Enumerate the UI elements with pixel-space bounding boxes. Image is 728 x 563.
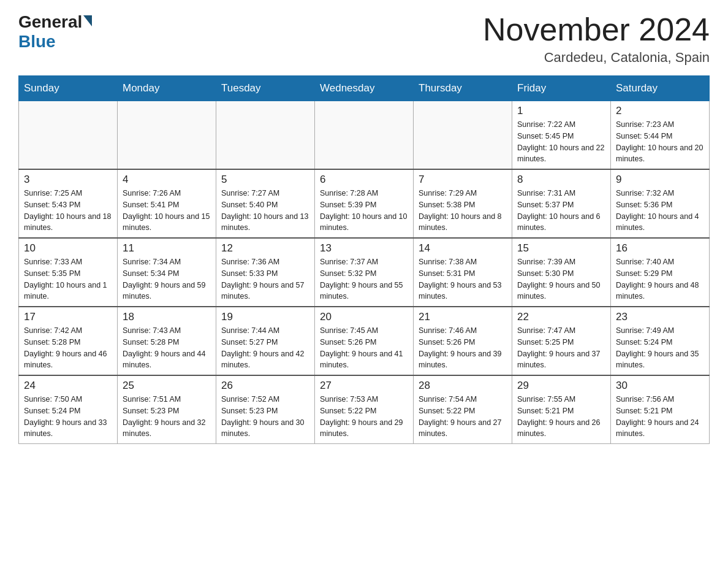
day-info: Sunrise: 7:55 AMSunset: 5:21 PMDaylight:…: [517, 394, 605, 440]
table-row: [315, 101, 414, 170]
table-row: 3Sunrise: 7:25 AMSunset: 5:43 PMDaylight…: [19, 169, 118, 238]
day-info: Sunrise: 7:52 AMSunset: 5:23 PMDaylight:…: [221, 394, 309, 440]
table-row: 9Sunrise: 7:32 AMSunset: 5:36 PMDaylight…: [611, 169, 710, 238]
table-row: 28Sunrise: 7:54 AMSunset: 5:22 PMDayligh…: [414, 375, 512, 444]
day-info: Sunrise: 7:22 AMSunset: 5:45 PMDaylight:…: [517, 119, 605, 165]
day-number: 29: [517, 380, 605, 392]
col-saturday: Saturday: [611, 76, 710, 101]
table-row: 16Sunrise: 7:40 AMSunset: 5:29 PMDayligh…: [611, 238, 710, 307]
table-row: [19, 101, 118, 170]
title-block: November 2024 Cardedeu, Catalonia, Spain: [483, 12, 710, 66]
page-header: General Blue November 2024 Cardedeu, Cat…: [18, 12, 710, 66]
day-info: Sunrise: 7:50 AMSunset: 5:24 PMDaylight:…: [24, 394, 112, 440]
day-number: 1: [517, 105, 605, 117]
logo: General Blue: [18, 12, 93, 52]
day-number: 22: [517, 311, 605, 323]
day-info: Sunrise: 7:27 AMSunset: 5:40 PMDaylight:…: [221, 188, 309, 234]
table-row: 23Sunrise: 7:49 AMSunset: 5:24 PMDayligh…: [611, 307, 710, 375]
day-info: Sunrise: 7:46 AMSunset: 5:26 PMDaylight:…: [419, 325, 507, 371]
day-number: 11: [123, 242, 211, 255]
day-info: Sunrise: 7:47 AMSunset: 5:25 PMDaylight:…: [517, 325, 605, 371]
day-info: Sunrise: 7:53 AMSunset: 5:22 PMDaylight:…: [320, 394, 408, 440]
table-row: 19Sunrise: 7:44 AMSunset: 5:27 PMDayligh…: [216, 307, 315, 375]
col-sunday: Sunday: [19, 76, 118, 101]
day-number: 3: [24, 174, 112, 186]
day-number: 20: [320, 311, 408, 323]
table-row: 15Sunrise: 7:39 AMSunset: 5:30 PMDayligh…: [512, 238, 611, 307]
logo-general-text: General: [18, 12, 82, 32]
day-info: Sunrise: 7:39 AMSunset: 5:30 PMDaylight:…: [517, 256, 605, 302]
table-row: 17Sunrise: 7:42 AMSunset: 5:28 PMDayligh…: [19, 307, 118, 375]
table-row: 5Sunrise: 7:27 AMSunset: 5:40 PMDaylight…: [216, 169, 315, 238]
table-row: 27Sunrise: 7:53 AMSunset: 5:22 PMDayligh…: [315, 375, 414, 444]
day-info: Sunrise: 7:42 AMSunset: 5:28 PMDaylight:…: [24, 325, 112, 371]
table-row: 22Sunrise: 7:47 AMSunset: 5:25 PMDayligh…: [512, 307, 611, 375]
day-info: Sunrise: 7:25 AMSunset: 5:43 PMDaylight:…: [24, 188, 112, 234]
col-thursday: Thursday: [414, 76, 512, 101]
table-row: 4Sunrise: 7:26 AMSunset: 5:41 PMDaylight…: [118, 169, 216, 238]
day-number: 21: [419, 311, 507, 323]
day-number: 14: [419, 242, 507, 255]
day-info: Sunrise: 7:38 AMSunset: 5:31 PMDaylight:…: [419, 256, 507, 302]
day-number: 2: [616, 105, 704, 117]
day-number: 16: [616, 242, 704, 255]
table-row: 8Sunrise: 7:31 AMSunset: 5:37 PMDaylight…: [512, 169, 611, 238]
table-row: 30Sunrise: 7:56 AMSunset: 5:21 PMDayligh…: [611, 375, 710, 444]
day-info: Sunrise: 7:56 AMSunset: 5:21 PMDaylight:…: [616, 394, 704, 440]
calendar-week-row: 24Sunrise: 7:50 AMSunset: 5:24 PMDayligh…: [19, 375, 710, 444]
day-info: Sunrise: 7:31 AMSunset: 5:37 PMDaylight:…: [517, 188, 605, 234]
day-number: 6: [320, 174, 408, 186]
day-number: 28: [419, 380, 507, 392]
table-row: 12Sunrise: 7:36 AMSunset: 5:33 PMDayligh…: [216, 238, 315, 307]
location-subtitle: Cardedeu, Catalonia, Spain: [483, 50, 710, 66]
logo-blue-text: Blue: [18, 32, 56, 51]
table-row: 2Sunrise: 7:23 AMSunset: 5:44 PMDaylight…: [611, 101, 710, 170]
day-number: 18: [123, 311, 211, 323]
day-number: 12: [221, 242, 309, 255]
table-row: 26Sunrise: 7:52 AMSunset: 5:23 PMDayligh…: [216, 375, 315, 444]
day-number: 19: [221, 311, 309, 323]
day-info: Sunrise: 7:26 AMSunset: 5:41 PMDaylight:…: [123, 188, 211, 234]
day-number: 10: [24, 242, 112, 255]
day-info: Sunrise: 7:29 AMSunset: 5:38 PMDaylight:…: [419, 188, 507, 234]
day-number: 4: [123, 174, 211, 186]
day-number: 30: [616, 380, 704, 392]
day-number: 5: [221, 174, 309, 186]
day-number: 8: [517, 174, 605, 186]
calendar-week-row: 1Sunrise: 7:22 AMSunset: 5:45 PMDaylight…: [19, 101, 710, 170]
day-info: Sunrise: 7:37 AMSunset: 5:32 PMDaylight:…: [320, 256, 408, 302]
day-number: 24: [24, 380, 112, 392]
col-friday: Friday: [512, 76, 611, 101]
day-number: 17: [24, 311, 112, 323]
calendar-header-row: Sunday Monday Tuesday Wednesday Thursday…: [19, 76, 710, 101]
table-row: 7Sunrise: 7:29 AMSunset: 5:38 PMDaylight…: [414, 169, 512, 238]
day-info: Sunrise: 7:36 AMSunset: 5:33 PMDaylight:…: [221, 256, 309, 302]
table-row: 1Sunrise: 7:22 AMSunset: 5:45 PMDaylight…: [512, 101, 611, 170]
day-number: 27: [320, 380, 408, 392]
day-number: 7: [419, 174, 507, 186]
day-info: Sunrise: 7:32 AMSunset: 5:36 PMDaylight:…: [616, 188, 704, 234]
day-info: Sunrise: 7:45 AMSunset: 5:26 PMDaylight:…: [320, 325, 408, 371]
table-row: [118, 101, 216, 170]
day-info: Sunrise: 7:28 AMSunset: 5:39 PMDaylight:…: [320, 188, 408, 234]
table-row: 21Sunrise: 7:46 AMSunset: 5:26 PMDayligh…: [414, 307, 512, 375]
table-row: 6Sunrise: 7:28 AMSunset: 5:39 PMDaylight…: [315, 169, 414, 238]
table-row: [216, 101, 315, 170]
col-tuesday: Tuesday: [216, 76, 315, 101]
table-row: 13Sunrise: 7:37 AMSunset: 5:32 PMDayligh…: [315, 238, 414, 307]
day-info: Sunrise: 7:40 AMSunset: 5:29 PMDaylight:…: [616, 256, 704, 302]
table-row: 11Sunrise: 7:34 AMSunset: 5:34 PMDayligh…: [118, 238, 216, 307]
day-info: Sunrise: 7:34 AMSunset: 5:34 PMDaylight:…: [123, 256, 211, 302]
calendar-table: Sunday Monday Tuesday Wednesday Thursday…: [18, 75, 710, 444]
table-row: 24Sunrise: 7:50 AMSunset: 5:24 PMDayligh…: [19, 375, 118, 444]
day-info: Sunrise: 7:23 AMSunset: 5:44 PMDaylight:…: [616, 119, 704, 165]
day-number: 15: [517, 242, 605, 255]
calendar-week-row: 10Sunrise: 7:33 AMSunset: 5:35 PMDayligh…: [19, 238, 710, 307]
calendar-week-row: 17Sunrise: 7:42 AMSunset: 5:28 PMDayligh…: [19, 307, 710, 375]
calendar-week-row: 3Sunrise: 7:25 AMSunset: 5:43 PMDaylight…: [19, 169, 710, 238]
day-info: Sunrise: 7:54 AMSunset: 5:22 PMDaylight:…: [419, 394, 507, 440]
table-row: 14Sunrise: 7:38 AMSunset: 5:31 PMDayligh…: [414, 238, 512, 307]
table-row: 20Sunrise: 7:45 AMSunset: 5:26 PMDayligh…: [315, 307, 414, 375]
logo-arrow-icon: [83, 15, 92, 26]
table-row: [414, 101, 512, 170]
